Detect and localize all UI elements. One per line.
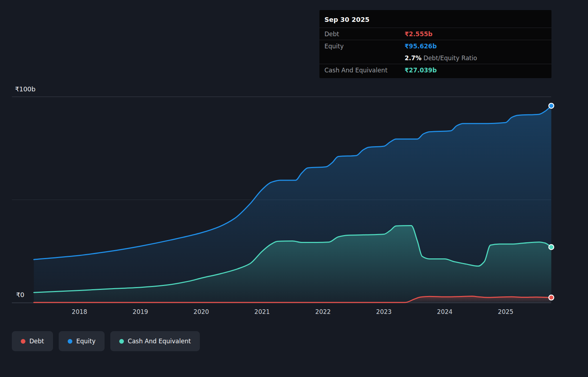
legend: Debt Equity Cash And Equivalent xyxy=(12,331,200,351)
x-axis-label-2024: 2024 xyxy=(430,308,459,315)
legend-label-debt: Debt xyxy=(29,338,44,345)
tooltip-cash-label: Cash And Equivalent xyxy=(324,67,387,74)
cash-legend-dot xyxy=(119,339,124,344)
tooltip-cash-value: ₹27.039b xyxy=(405,67,437,74)
tooltip-debt-value: ₹2.555b xyxy=(405,30,433,38)
debt-end-marker[interactable] xyxy=(549,295,554,300)
legend-label-cash: Cash And Equivalent xyxy=(128,338,191,345)
x-axis-label-2022: 2022 xyxy=(309,308,337,315)
tooltip-ratio-value: 2.7% xyxy=(405,54,421,62)
x-axis-label-2021: 2021 xyxy=(248,308,276,315)
legend-item-equity[interactable]: Equity xyxy=(59,331,105,351)
tooltip-equity-row: Equity ₹95.626b xyxy=(319,40,551,52)
tooltip-debt-label: Debt xyxy=(324,30,339,38)
x-axis-label-2020: 2020 xyxy=(187,308,216,315)
legend-item-debt[interactable]: Debt xyxy=(12,331,53,351)
x-axis-label-2019: 2019 xyxy=(126,308,155,315)
tooltip-cash-row: Cash And Equivalent ₹27.039b xyxy=(319,64,551,76)
tooltip-date: Sep 30 2025 xyxy=(319,10,551,28)
tooltip: Sep 30 2025 Debt ₹2.555b Equity ₹95.626b… xyxy=(319,10,551,78)
chart-screen: ₹100b ₹0 2018201920202021202220232024202… xyxy=(0,0,588,377)
x-axis-label-2018: 2018 xyxy=(65,308,94,315)
debt-legend-dot xyxy=(21,339,25,344)
y-axis-label-0: ₹0 xyxy=(16,291,24,299)
tooltip-ratio-row: 2.7% Debt/Equity Ratio xyxy=(319,52,551,64)
equity-end-marker[interactable] xyxy=(549,103,554,108)
cash-and-equivalent-end-marker[interactable] xyxy=(549,245,554,250)
legend-label-equity: Equity xyxy=(76,338,96,345)
equity-legend-dot xyxy=(68,339,72,344)
y-axis-label-100b: ₹100b xyxy=(15,85,35,93)
tooltip-equity-label: Equity xyxy=(324,43,344,50)
x-axis-label-2023: 2023 xyxy=(370,308,398,315)
tooltip-debt-row: Debt ₹2.555b xyxy=(319,28,551,40)
x-axis-label-2025: 2025 xyxy=(491,308,520,315)
tooltip-ratio-label: Debt/Equity Ratio xyxy=(424,54,477,62)
tooltip-ratio: 2.7% Debt/Equity Ratio xyxy=(405,54,477,62)
legend-item-cash[interactable]: Cash And Equivalent xyxy=(110,331,200,351)
tooltip-equity-value: ₹95.626b xyxy=(405,43,437,50)
